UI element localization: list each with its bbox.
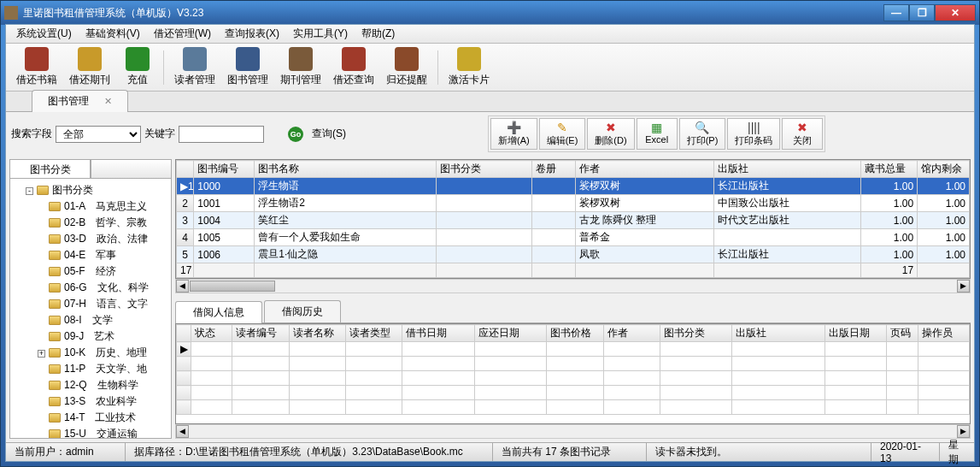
go-icon[interactable]: Go xyxy=(288,127,303,142)
table-row[interactable]: 21001浮生物语2裟椤双树中国致公出版社1.001.00 xyxy=(177,195,970,212)
tree-node[interactable]: 11-P 天文学、地 xyxy=(14,361,167,377)
action-icon: ✖ xyxy=(794,121,811,134)
minimize-button[interactable]: — xyxy=(883,4,909,21)
grid-header[interactable]: 馆内剩余 xyxy=(918,161,970,178)
detail-header[interactable]: 图书价格 xyxy=(547,325,603,342)
tree-toggle-icon[interactable]: + xyxy=(38,350,45,358)
tree-node[interactable]: 13-S 农业科学 xyxy=(14,393,167,410)
left-tab-category[interactable]: 图书分类 xyxy=(9,159,91,178)
tree-root[interactable]: -图书分类 xyxy=(14,182,167,198)
menu-item[interactable]: 基础资料(V) xyxy=(79,25,147,43)
toolbar-button[interactable]: 读者管理 xyxy=(169,45,220,89)
tree-node[interactable]: 09-J 艺术 xyxy=(14,328,167,345)
menu-item[interactable]: 查询报表(X) xyxy=(218,25,286,43)
table-row[interactable] xyxy=(177,357,970,371)
toolbar-button[interactable]: 激活卡片 xyxy=(443,45,495,89)
tree-node[interactable]: 15-U 交通运输 xyxy=(14,426,167,439)
table-row[interactable] xyxy=(177,386,970,400)
table-row[interactable] xyxy=(177,400,970,415)
table-row[interactable]: 31004笑红尘古龙 陈舜仪 整理时代文艺出版社1.001.00 xyxy=(177,212,970,229)
detail-header[interactable]: 应还日期 xyxy=(474,325,546,342)
table-row[interactable]: 51006震旦1·仙之隐凤歌长江出版社1.001.00 xyxy=(177,246,970,263)
tree-toggle-icon[interactable]: - xyxy=(26,187,33,195)
detail-hscrollbar[interactable]: ◀ ▶ xyxy=(175,424,971,439)
toolbar-button[interactable]: 借还书籍 xyxy=(11,45,62,89)
grid-header[interactable]: 藏书总量 xyxy=(861,161,918,178)
detail-header[interactable]: 图书分类 xyxy=(660,325,731,342)
grid-header[interactable]: 作者 xyxy=(575,161,713,178)
toolbar-button[interactable]: 借还查询 xyxy=(328,45,379,89)
table-row[interactable]: 41005曾有一个人爱我如生命普希金1.001.00 xyxy=(177,229,970,246)
grid-header[interactable]: 图书编号 xyxy=(194,161,255,178)
toolbar-button[interactable]: 图书管理 xyxy=(222,45,273,89)
action-button[interactable]: ||||打印条码 xyxy=(727,118,780,150)
status-count: 当前共有 17 条图书记录 xyxy=(493,443,647,461)
scroll-left-icon[interactable]: ◀ xyxy=(176,425,189,438)
scroll-left-icon[interactable]: ◀ xyxy=(176,280,189,293)
detail-header[interactable]: 状态 xyxy=(191,325,232,342)
table-row[interactable]: ▶11000浮生物语裟椤双树长江出版社1.001.00 xyxy=(177,178,970,195)
sub-tab[interactable]: 借阅人信息 xyxy=(175,301,262,323)
tab-book-manage[interactable]: 图书管理 ✕ xyxy=(32,90,128,112)
detail-grid[interactable]: 状态读者编号读者名称读者类型借书日期应还日期图书价格作者图书分类出版社出版日期页… xyxy=(175,323,971,424)
grid-hscrollbar[interactable]: ◀ ▶ xyxy=(175,279,971,293)
search-field-select[interactable]: 全部 xyxy=(56,126,141,143)
tree-node[interactable]: 03-D 政治、法律 xyxy=(14,231,167,247)
detail-header[interactable]: 作者 xyxy=(603,325,660,342)
detail-header[interactable]: 出版日期 xyxy=(824,325,886,342)
menu-item[interactable]: 实用工具(Y) xyxy=(286,25,355,43)
action-button[interactable]: ✎编辑(E) xyxy=(539,118,586,150)
grid-header[interactable]: 卷册 xyxy=(531,161,575,178)
toolbar-button[interactable]: 归还提醒 xyxy=(381,45,432,89)
action-button[interactable]: 🔍打印(P) xyxy=(679,118,726,150)
category-tree[interactable]: -图书分类01-A 马克思主义02-B 哲学、宗教03-D 政治、法律04-E … xyxy=(9,178,172,439)
action-button[interactable]: ✖删除(D) xyxy=(587,118,634,150)
left-tab-blank[interactable] xyxy=(91,159,172,178)
action-button[interactable]: ➕新增(A) xyxy=(490,118,537,150)
detail-header[interactable]: 借书日期 xyxy=(402,325,474,342)
maximize-button[interactable]: ❐ xyxy=(909,4,935,21)
grid-header[interactable]: 出版社 xyxy=(713,161,860,178)
close-button[interactable]: ✕ xyxy=(935,4,976,21)
tree-node[interactable]: 02-B 哲学、宗教 xyxy=(14,215,167,231)
toolbar-icon xyxy=(395,47,419,71)
action-button[interactable]: ✖关闭 xyxy=(782,118,823,150)
grid-header[interactable]: 图书分类 xyxy=(437,161,532,178)
scroll-thumb[interactable] xyxy=(190,281,275,292)
sub-tab[interactable]: 借阅历史 xyxy=(264,300,341,322)
grid-header[interactable]: 图书名称 xyxy=(255,161,437,178)
menu-item[interactable]: 借还管理(W) xyxy=(147,25,218,43)
row-number: 3 xyxy=(177,212,194,229)
titlebar: 里诺图书租借管理系统（单机版）V3.23 — ❐ ✕ xyxy=(1,1,979,25)
book-grid[interactable]: 图书编号图书名称图书分类卷册作者出版社藏书总量馆内剩余▶11000浮生物语裟椤双… xyxy=(175,159,971,279)
detail-header[interactable]: 读者名称 xyxy=(289,325,345,342)
tree-node[interactable]: 12-Q 生物科学 xyxy=(14,377,167,393)
table-row[interactable]: ▶ xyxy=(177,342,970,357)
search-field-label: 搜索字段 xyxy=(11,127,52,141)
detail-header[interactable]: 操作员 xyxy=(918,325,969,342)
detail-header[interactable]: 页码 xyxy=(887,325,918,342)
tree-node[interactable]: 08-I 文学 xyxy=(14,312,167,328)
tree-node[interactable]: 14-T 工业技术 xyxy=(14,410,167,426)
menu-item[interactable]: 系统设置(U) xyxy=(9,25,79,43)
toolbar-button[interactable]: 借还期刊 xyxy=(64,45,115,89)
action-button[interactable]: ▦Excel xyxy=(637,118,678,150)
search-keyword-input[interactable] xyxy=(179,126,264,143)
tree-node[interactable]: 01-A 马克思主义 xyxy=(14,198,167,215)
scroll-right-icon[interactable]: ▶ xyxy=(957,280,970,293)
tree-node[interactable]: 04-E 军事 xyxy=(14,247,167,263)
scroll-right-icon[interactable]: ▶ xyxy=(957,425,970,438)
detail-header[interactable]: 出版社 xyxy=(732,325,825,342)
detail-header[interactable]: 读者编号 xyxy=(232,325,289,342)
toolbar-button[interactable]: 期刊管理 xyxy=(275,45,326,89)
menu-item[interactable]: 帮助(Z) xyxy=(355,25,402,43)
tab-close-icon[interactable]: ✕ xyxy=(104,96,112,107)
tree-node[interactable]: +10-K 历史、地理 xyxy=(14,345,167,361)
toolbar-button[interactable]: 充值 xyxy=(117,45,158,89)
detail-header[interactable]: 读者类型 xyxy=(345,325,402,342)
tree-node[interactable]: 07-H 语言、文字 xyxy=(14,296,167,312)
table-row[interactable] xyxy=(177,371,970,386)
query-button[interactable]: 查询(S) xyxy=(307,127,351,141)
tree-node[interactable]: 06-G 文化、科学 xyxy=(14,280,167,296)
tree-node[interactable]: 05-F 经济 xyxy=(14,263,167,280)
